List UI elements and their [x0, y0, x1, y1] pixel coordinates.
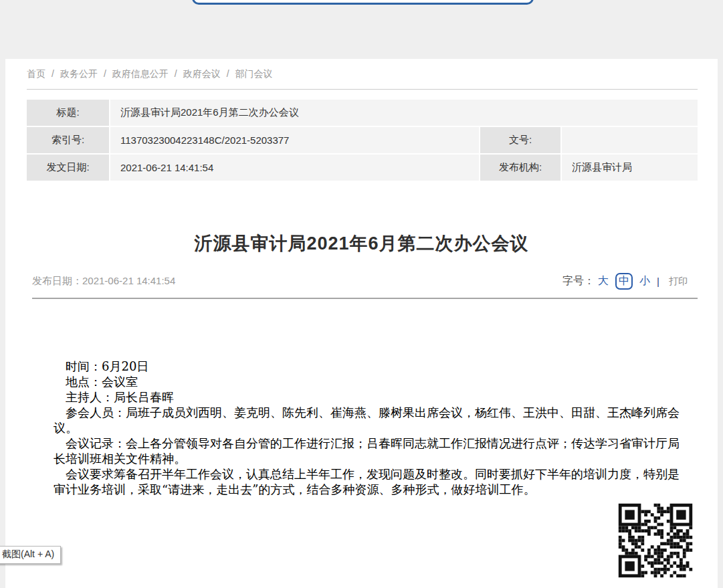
- article-paragraph: 主持人：局长吕春晖: [54, 389, 682, 405]
- font-size-large-button[interactable]: 大: [598, 274, 609, 288]
- meta-label-publisher: 发布机构:: [480, 155, 560, 181]
- breadcrumb-item-zfhy[interactable]: 政府会议: [183, 68, 221, 79]
- font-size-controls: 字号： 大 中 小 | 打印: [562, 273, 688, 290]
- font-size-label: 字号：: [562, 274, 595, 288]
- meta-label-index-number: 索引号:: [27, 127, 109, 153]
- publish-date: 发布日期：2021-06-21 14:41:54: [32, 275, 175, 288]
- breadcrumb-separator: /: [227, 68, 229, 79]
- controls-separator: |: [657, 276, 659, 287]
- meta-value-index-number: 11370323004223148C/2021-5203377: [110, 127, 479, 153]
- breadcrumb-item-bmhy[interactable]: 部门会议: [235, 68, 273, 79]
- breadcrumb-separator: /: [175, 68, 177, 79]
- meta-label-doc-number: 文号:: [480, 127, 560, 153]
- publish-date-label: 发布日期：: [32, 275, 82, 286]
- article-paragraph: 参会人员：局班子成员刘西明、姜克明、陈先利、崔海燕、滕树果出席会议，杨红伟、王洪…: [54, 405, 682, 435]
- article-divider: [32, 298, 698, 299]
- content-card: 首页/政务公开/政府信息公开/政府会议/部门会议 标题: 沂源县审计局2021年…: [5, 59, 718, 588]
- publish-date-value: 2021-06-21 14:41:54: [82, 275, 175, 286]
- breadcrumb-separator: /: [51, 68, 54, 79]
- screenshot-tooltip: 截图(Alt + A): [0, 546, 61, 564]
- meta-label-title: 标题:: [27, 100, 109, 126]
- print-button[interactable]: 打印: [669, 276, 688, 288]
- article-paragraph: 时间：6月20日: [54, 359, 682, 374]
- meta-value-issue-date: 2021-06-21 14:41:54: [110, 155, 479, 181]
- meta-value-doc-number: [562, 127, 698, 153]
- article-paragraph: 会议要求筹备召开半年工作会议，认真总结上半年工作，发现问题及时整改。同时要抓好下…: [54, 466, 682, 497]
- article-paragraph: 会议记录：会上各分管领导对各自分管的工作进行汇报；吕春晖同志就工作汇报情况进行点…: [54, 435, 682, 466]
- qr-code: [615, 500, 696, 581]
- meta-value-publisher: 沂源县审计局: [562, 155, 698, 181]
- document-meta-table: 标题: 沂源县审计局2021年6月第二次办公会议 索引号: 1137032300…: [27, 100, 698, 181]
- breadcrumb-divider: [27, 89, 698, 90]
- article-body: 时间：6月20日 地点：会议室 主持人：局长吕春晖 参会人员：局班子成员刘西明、…: [54, 359, 682, 497]
- breadcrumb-item-zwgk[interactable]: 政务公开: [60, 68, 98, 79]
- breadcrumb-item-zfxxgk[interactable]: 政府信息公开: [112, 68, 169, 79]
- breadcrumb-item-home[interactable]: 首页: [27, 68, 45, 79]
- font-size-small-button[interactable]: 小: [639, 274, 650, 288]
- breadcrumb-separator: /: [104, 68, 106, 79]
- breadcrumb: 首页/政务公开/政府信息公开/政府会议/部门会议: [5, 59, 718, 89]
- article-meta-row: 发布日期：2021-06-21 14:41:54 字号： 大 中 小 | 打印: [32, 273, 688, 290]
- search-input-partial[interactable]: [192, 0, 534, 5]
- meta-label-issue-date: 发文日期:: [27, 155, 109, 181]
- font-size-medium-button[interactable]: 中: [615, 273, 633, 290]
- page-title: 沂源县审计局2021年6月第二次办公会议: [5, 231, 718, 256]
- meta-value-title: 沂源县审计局2021年6月第二次办公会议: [110, 100, 698, 126]
- article-paragraph: 地点：会议室: [54, 374, 682, 389]
